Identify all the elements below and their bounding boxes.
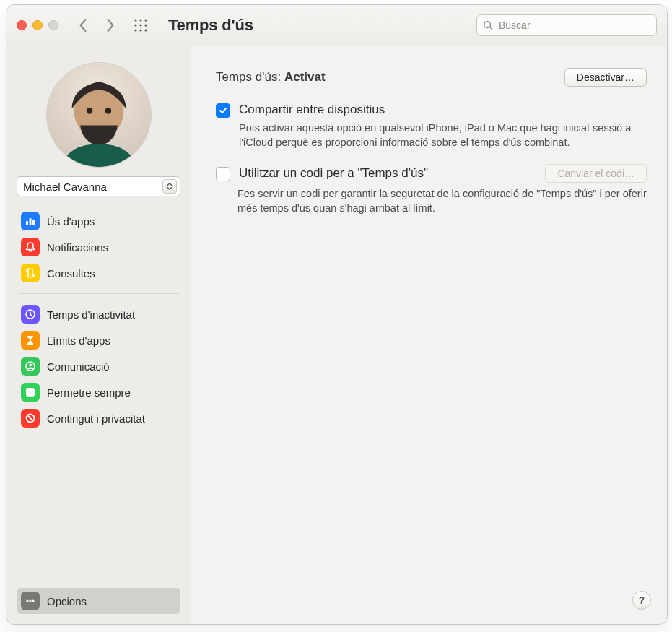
window-controls bbox=[17, 20, 58, 30]
passcode-description: Fes servir un codi per garantir la segur… bbox=[237, 187, 647, 215]
sidebar-item-pickups[interactable]: Consultes bbox=[17, 260, 180, 286]
nav-arrows bbox=[77, 19, 116, 32]
sidebar-item-app-usage[interactable]: Ús d'apps bbox=[17, 208, 180, 234]
svg-point-3 bbox=[134, 24, 136, 26]
chevron-updown-icon bbox=[162, 179, 177, 194]
sidebar-item-label: Límits d'apps bbox=[47, 334, 110, 347]
sidebar-item-label: Notificacions bbox=[47, 241, 108, 254]
person-circle-icon bbox=[21, 357, 40, 376]
svg-line-10 bbox=[490, 27, 493, 30]
svg-point-0 bbox=[134, 19, 136, 21]
svg-point-25 bbox=[26, 599, 28, 602]
svg-point-6 bbox=[134, 29, 136, 31]
help-button[interactable]: ? bbox=[632, 591, 651, 610]
sidebar-item-label: Permetre sempre bbox=[47, 386, 131, 399]
sidebar-item-communication[interactable]: Comunicació bbox=[17, 353, 180, 379]
sidebar-separator bbox=[18, 293, 179, 294]
svg-point-9 bbox=[484, 22, 491, 28]
titlebar: Temps d'ús Buscar bbox=[6, 5, 667, 46]
user-select[interactable]: Michael Cavanna bbox=[17, 176, 180, 196]
status-label: Temps d'ús: bbox=[216, 70, 281, 84]
share-checkbox[interactable] bbox=[216, 103, 230, 118]
sidebar-group-usage: Ús d'appsNotificacionsConsultes bbox=[17, 208, 180, 286]
sidebar-item-label: Contingut i privacitat bbox=[47, 412, 145, 425]
sidebar-item-always-allowed[interactable]: Permetre sempre bbox=[17, 379, 180, 405]
search-placeholder: Buscar bbox=[499, 20, 531, 31]
ellipsis-icon bbox=[21, 592, 40, 610]
user-select-value: Michael Cavanna bbox=[23, 181, 107, 193]
use-passcode-section: Utilitzar un codi per a "Temps d'ús" Can… bbox=[216, 164, 647, 215]
show-all-prefs-button[interactable] bbox=[134, 18, 148, 33]
sidebar-item-notifications[interactable]: Notificacions bbox=[17, 234, 180, 260]
share-description: Pots activar aquesta opció en qualsevol … bbox=[239, 121, 647, 150]
svg-point-13 bbox=[86, 108, 92, 114]
sidebar-item-label: Opcions bbox=[47, 595, 87, 607]
close-window-button[interactable] bbox=[17, 20, 27, 30]
sidebar-item-downtime[interactable]: Temps d'inactivitat bbox=[17, 301, 180, 327]
content-pane: Temps d'ús: Activat Desactivar… Comparti… bbox=[191, 46, 667, 624]
status-row: Temps d'ús: Activat bbox=[216, 70, 326, 85]
svg-point-8 bbox=[144, 29, 147, 31]
sidebar-item-content-privacy[interactable]: Contingut i privacitat bbox=[17, 405, 180, 431]
search-field[interactable]: Buscar bbox=[476, 14, 657, 36]
svg-point-26 bbox=[29, 599, 31, 602]
svg-point-14 bbox=[105, 108, 111, 114]
check-shield-icon bbox=[21, 383, 40, 402]
passcode-title: Utilitzar un codi per a "Temps d'ús" bbox=[239, 166, 428, 181]
sidebar-item-label: Consultes bbox=[47, 267, 95, 280]
sidebar-item-label: Ús d'apps bbox=[47, 215, 95, 228]
sidebar-item-app-limits[interactable]: Límits d'apps bbox=[17, 327, 180, 353]
share-across-devices-section: Compartir entre dispositius Pots activar… bbox=[216, 103, 647, 150]
sidebar-item-label: Temps d'inactivitat bbox=[47, 308, 135, 321]
bell-icon bbox=[21, 238, 40, 256]
hourglass-icon bbox=[21, 331, 40, 350]
svg-point-7 bbox=[139, 29, 141, 31]
body: Michael Cavanna Ús d'appsNotificacionsCo… bbox=[6, 46, 667, 624]
preferences-window: Temps d'ús Buscar bbox=[6, 4, 668, 625]
clock-moon-icon bbox=[21, 305, 40, 324]
svg-rect-18 bbox=[28, 269, 32, 277]
svg-rect-15 bbox=[26, 221, 28, 225]
check-icon bbox=[219, 106, 227, 115]
sidebar-group-limits: Temps d'inactivitatLímits d'appsComunica… bbox=[17, 301, 180, 431]
svg-point-21 bbox=[29, 364, 32, 367]
passcode-checkbox[interactable] bbox=[216, 167, 230, 181]
svg-point-4 bbox=[139, 24, 141, 26]
window-title: Temps d'ús bbox=[168, 16, 253, 35]
search-icon bbox=[483, 20, 493, 30]
status-value: Activat bbox=[284, 70, 326, 84]
sidebar-item-label: Comunicació bbox=[47, 360, 110, 373]
svg-point-1 bbox=[139, 19, 141, 21]
svg-point-2 bbox=[144, 19, 147, 21]
sidebar: Michael Cavanna Ús d'appsNotificacionsCo… bbox=[6, 46, 191, 624]
svg-point-27 bbox=[32, 599, 34, 602]
deactivate-button[interactable]: Desactivar… bbox=[564, 68, 647, 87]
back-button[interactable] bbox=[77, 19, 89, 32]
no-sign-icon bbox=[21, 409, 40, 428]
user-avatar bbox=[46, 62, 152, 168]
svg-point-5 bbox=[144, 24, 147, 26]
phone-swap-icon bbox=[21, 264, 40, 282]
share-title: Compartir entre dispositius bbox=[239, 103, 647, 117]
bar-chart-icon bbox=[21, 212, 40, 230]
svg-line-24 bbox=[27, 415, 33, 421]
change-passcode-button[interactable]: Canviar el codi… bbox=[545, 164, 647, 183]
sidebar-item-options[interactable]: Opcions bbox=[17, 588, 180, 614]
help-glyph: ? bbox=[639, 594, 645, 606]
zoom-window-button-disabled bbox=[48, 20, 58, 30]
minimize-window-button[interactable] bbox=[32, 20, 43, 30]
svg-rect-17 bbox=[32, 220, 35, 225]
svg-rect-16 bbox=[30, 218, 32, 225]
forward-button[interactable] bbox=[105, 19, 116, 32]
